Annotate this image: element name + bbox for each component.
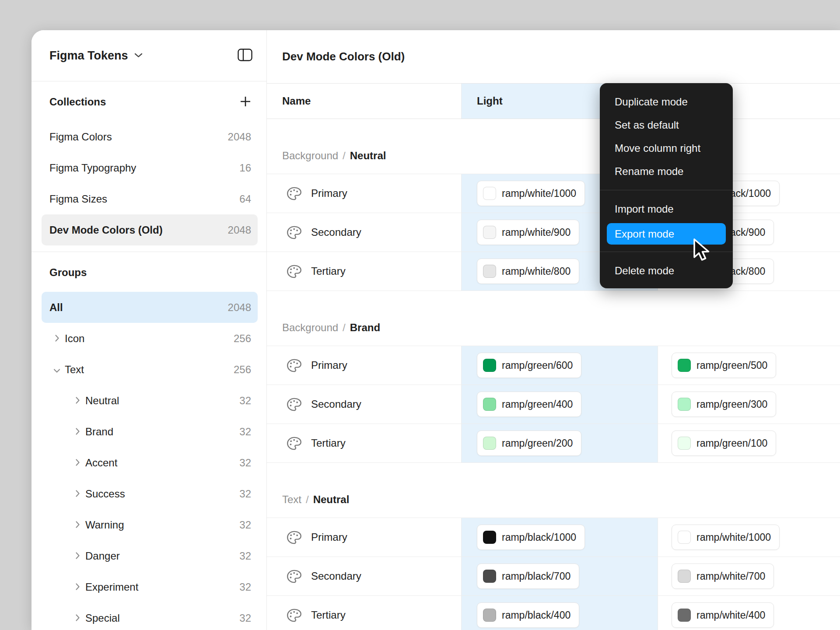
group-expander[interactable] [73,581,82,593]
plus-icon [239,95,252,109]
token-name-cell[interactable]: Primary [267,174,462,213]
token-chip[interactable]: ramp/white/900 [477,220,579,245]
mode-context-menu: Duplicate modeSet as defaultMove column … [600,83,733,288]
collections-section-header: Collections [32,90,266,114]
group-item[interactable]: Brand32 [42,416,258,447]
layout-panel-icon [238,49,252,63]
second-mode-cell[interactable]: ramp/green/300 [658,385,840,424]
group-expander[interactable] [52,332,61,345]
group-item[interactable]: All2048 [42,292,258,323]
sidebar-toggle-button[interactable] [236,47,254,64]
token-chip[interactable]: ramp/white/1000 [672,525,780,550]
group-count: 32 [239,550,251,562]
menu-item-move-column-right[interactable]: Move column right [600,136,733,160]
color-swatch [483,437,496,450]
menu-item-delete-mode[interactable]: Delete mode [600,259,733,282]
group-label: Danger [85,550,239,562]
token-name-cell[interactable]: Tertiary [267,596,462,630]
token-row: Tertiaryramp/black/400ramp/white/400 [267,596,840,630]
light-mode-cell[interactable]: ramp/green/200 [462,424,658,462]
column-header-name[interactable]: Name [267,84,462,119]
token-chip[interactable]: ramp/black/1000 [477,525,585,550]
color-swatch [483,265,496,278]
token-name-cell[interactable]: Secondary [267,385,462,424]
group-label: Warning [85,519,239,531]
token-chip[interactable]: ramp/white/800 [477,259,579,284]
menu-item-rename-mode[interactable]: Rename mode [600,160,733,183]
group-count: 32 [239,426,251,438]
group-item[interactable]: Icon256 [42,323,258,354]
token-chip[interactable]: ramp/green/600 [477,353,581,378]
token-name-cell[interactable]: Secondary [267,557,462,595]
group-expander[interactable] [73,612,82,624]
token-name-cell[interactable]: Secondary [267,213,462,252]
collection-item[interactable]: Figma Typography16 [42,152,258,183]
token-chip[interactable]: ramp/black/700 [477,564,579,589]
token-chip[interactable]: ramp/white/700 [672,564,774,589]
chevron-right-icon [75,488,80,500]
group-item[interactable]: Experiment32 [42,571,258,602]
menu-item-set-as-default[interactable]: Set as default [600,113,733,136]
token-name-cell[interactable]: Primary [267,346,462,385]
group-expander[interactable] [73,519,82,531]
group-count: 32 [239,488,251,500]
second-mode-cell[interactable]: ramp/white/1000 [658,518,840,556]
second-mode-cell[interactable]: ramp/green/100 [658,424,840,462]
token-name-cell[interactable]: Tertiary [267,424,462,462]
group-expander[interactable] [52,364,61,376]
token-chip[interactable]: ramp/green/400 [477,392,581,417]
token-name: ramp/black/1000 [502,532,576,543]
groups-title: Groups [49,266,87,279]
group-expander[interactable] [73,550,82,562]
second-mode-cell[interactable]: ramp/white/400 [658,596,840,630]
collection-item[interactable]: Dev Mode Colors (Old)2048 [42,214,258,245]
group-item[interactable]: Success32 [42,478,258,509]
collection-item[interactable]: Figma Colors2048 [42,121,258,152]
token-chip[interactable]: ramp/white/400 [672,602,774,628]
groups-section-header: Groups [32,261,266,284]
light-mode-cell[interactable]: ramp/black/400 [462,596,658,630]
collection-count: 64 [239,193,251,205]
collection-label: Dev Mode Colors (Old) [49,224,228,236]
group-item[interactable]: Warning32 [42,509,258,540]
menu-item-export-mode[interactable]: Export mode [607,223,726,245]
light-mode-cell[interactable]: ramp/black/700 [462,557,658,595]
light-mode-cell[interactable]: ramp/green/400 [462,385,658,424]
sidebar-header: Figma Tokens [32,30,266,81]
group-label: Text [65,364,234,376]
token-chip[interactable]: ramp/green/100 [672,430,776,456]
add-collection-button[interactable] [238,94,253,111]
token-chip[interactable]: ramp/green/300 [672,392,776,417]
token-label: Tertiary [311,609,346,621]
group-item[interactable]: Accent32 [42,447,258,478]
section-header: Background/Neutral [267,119,840,174]
group-expander[interactable] [73,426,82,438]
token-chip[interactable]: ramp/black/400 [477,602,579,628]
light-mode-cell[interactable]: ramp/green/600 [462,346,658,385]
chevron-down-icon [53,364,60,376]
group-item[interactable]: Neutral32 [42,385,258,416]
group-item[interactable]: Text256 [42,354,258,385]
token-chip[interactable]: ramp/green/500 [672,353,776,378]
menu-item-import-mode[interactable]: Import mode [600,197,733,220]
token-row: Secondaryramp/white/900ramp/black/900 [267,213,840,252]
token-name-cell[interactable]: Primary [267,518,462,556]
token-chip[interactable]: ramp/white/1000 [477,181,585,206]
group-expander[interactable] [73,488,82,500]
token-name: ramp/green/300 [696,399,767,410]
group-label: All [49,301,228,314]
token-name-cell[interactable]: Tertiary [267,252,462,290]
chevron-down-icon [134,52,143,60]
group-expander[interactable] [73,395,82,407]
file-switcher[interactable]: Figma Tokens [49,49,143,63]
group-item[interactable]: Danger32 [42,540,258,571]
token-chip[interactable]: ramp/green/200 [477,430,581,456]
second-mode-cell[interactable]: ramp/green/500 [658,346,840,385]
light-mode-cell[interactable]: ramp/black/1000 [462,518,658,556]
menu-item-duplicate-mode[interactable]: Duplicate mode [600,90,733,113]
collection-item[interactable]: Figma Sizes64 [42,183,258,214]
collection-label: Figma Colors [49,131,228,143]
group-expander[interactable] [73,457,82,469]
group-item[interactable]: Special32 [42,602,258,630]
second-mode-cell[interactable]: ramp/white/700 [658,557,840,595]
